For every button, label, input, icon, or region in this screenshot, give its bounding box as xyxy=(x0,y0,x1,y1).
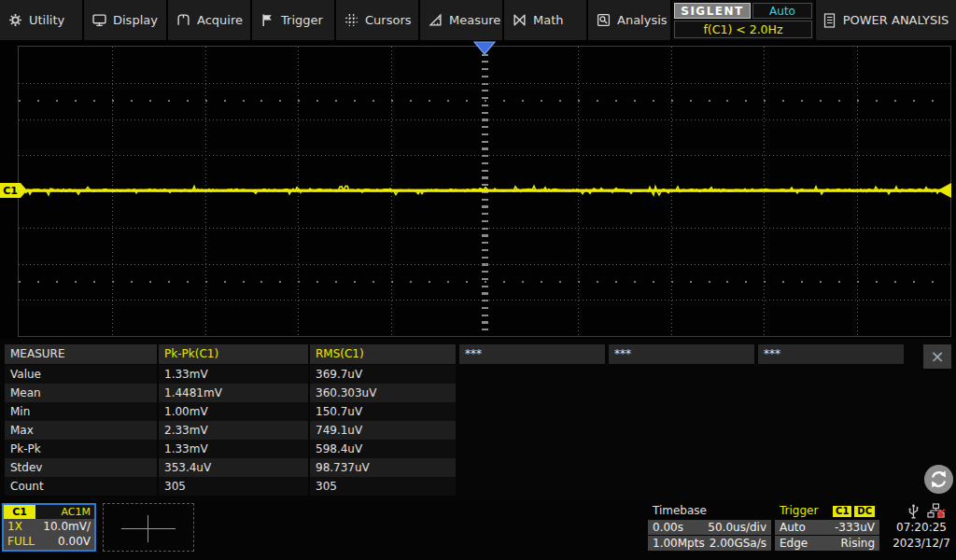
power-analysis-label: POWER ANALYSIS xyxy=(843,13,949,27)
trigger-box[interactable]: Trigger C1 DC Auto -333uV Edge Rising xyxy=(775,503,879,551)
channel-attenuation: 1X xyxy=(7,519,22,534)
cell-value: 305 xyxy=(159,477,308,496)
col-header-empty-3[interactable]: *** xyxy=(758,344,904,364)
table-row-max: Max 2.33mV 749.1uV xyxy=(5,421,904,440)
trigger-level-marker[interactable] xyxy=(937,183,951,198)
trigger-title: Trigger xyxy=(780,503,818,519)
trigger-slope: Rising xyxy=(841,536,875,551)
c1-trace-label[interactable]: C1 xyxy=(0,183,21,198)
menu-item-acquire[interactable]: Acquire xyxy=(168,0,252,40)
table-row-stdev: Stdev 353.4uV 98.737uV xyxy=(5,458,904,477)
c1-trace xyxy=(0,40,956,339)
cell-value: 2.33mV xyxy=(159,421,308,440)
trigger-level: -333uV xyxy=(835,520,875,535)
col-header-empty-1[interactable]: *** xyxy=(459,344,605,364)
row-label: Min xyxy=(5,402,157,421)
menu-label: Acquire xyxy=(197,13,243,27)
acquisition-status: Auto xyxy=(752,3,812,19)
menu-label: Utility xyxy=(29,13,64,27)
document-icon xyxy=(823,13,836,28)
cell-value: 98.737uV xyxy=(310,458,456,477)
channel-coupling: AC1M xyxy=(35,505,94,519)
magnifier-document-icon xyxy=(597,13,611,27)
timebase-scale: 50.0us/div xyxy=(708,520,766,535)
col-header-rms[interactable]: RMS(C1) xyxy=(310,344,456,364)
trigger-coupling-badge: DC xyxy=(854,506,875,517)
cell-value: 1.00mV xyxy=(159,402,308,421)
menu-label: Display xyxy=(113,13,158,27)
trigger-source-badge: C1 xyxy=(833,506,851,517)
row-label: Max xyxy=(5,421,157,440)
cell-value: 1.33mV xyxy=(159,365,308,384)
add-channel-slot[interactable] xyxy=(103,503,194,552)
acquire-wave-icon xyxy=(176,13,190,27)
channel-c1-box[interactable]: C1 AC1M 1X 10.0mV/ FULL 0.00V xyxy=(2,503,96,552)
menu-item-utility[interactable]: Utility xyxy=(0,0,84,40)
timebase-delay: 0.00s xyxy=(653,520,683,535)
cell-value: 749.1uV xyxy=(310,421,456,440)
cell-value: 150.7uV xyxy=(310,402,456,421)
frequency-counter: f(C1) < 2.0Hz xyxy=(674,21,812,38)
power-analysis-button[interactable]: POWER ANALYSIS xyxy=(814,0,956,40)
monitor-icon xyxy=(92,13,106,27)
bottom-status-bar: C1 AC1M 1X 10.0mV/ FULL 0.00V Timebase 0… xyxy=(0,501,956,560)
cell-value: 360.303uV xyxy=(310,384,456,402)
clock-time: 07:20:25 xyxy=(889,521,954,534)
usb-icon xyxy=(907,504,921,520)
col-header-pkpk[interactable]: Pk-Pk(C1) xyxy=(159,344,308,364)
menu-label: Analysis xyxy=(617,13,668,27)
table-row-value: Value 1.33mV 369.7uV xyxy=(5,365,904,384)
menu-label: Measure xyxy=(449,13,500,27)
menu-item-cursors[interactable]: Cursors xyxy=(336,0,420,40)
bowtie-icon xyxy=(513,13,527,27)
timebase-box[interactable]: Timebase 0.00s 50.0us/div 1.00Mpts 2.00G… xyxy=(648,503,771,551)
menu-item-display[interactable]: Display xyxy=(84,0,168,40)
table-row-min: Min 1.00mV 150.7uV xyxy=(5,402,904,421)
row-label: Count xyxy=(5,477,157,496)
menu-item-math[interactable]: Math xyxy=(504,0,588,40)
cell-value: 369.7uV xyxy=(310,365,456,384)
channel-name-badge: C1 xyxy=(4,505,35,519)
timebase-samplerate: 2.00GSa/s xyxy=(710,536,766,551)
lan-error-mark: ✘ xyxy=(935,507,946,521)
waveform-display: C1 xyxy=(0,40,956,339)
clock-date: 2023/12/7 xyxy=(889,537,954,550)
menu-label: Math xyxy=(533,13,564,27)
timebase-title: Timebase xyxy=(653,503,707,519)
measure-panel: MEASURE Pk-Pk(C1) RMS(C1) *** *** *** Va… xyxy=(0,339,956,501)
flag-icon xyxy=(260,13,274,27)
cell-value: 1.4481mV xyxy=(159,384,308,402)
menu-label: Cursors xyxy=(365,13,412,27)
table-row-mean: Mean 1.4481mV 360.303uV xyxy=(5,384,904,402)
cell-value: 1.33mV xyxy=(159,440,308,458)
cell-value: 305 xyxy=(310,477,456,496)
close-icon[interactable]: × xyxy=(923,344,951,369)
menu-item-measure[interactable]: Measure xyxy=(420,0,504,40)
row-label: Pk-Pk xyxy=(5,440,157,458)
row-label: Value xyxy=(5,365,157,384)
menu-item-analysis[interactable]: Analysis xyxy=(588,0,672,40)
siglent-logo: SIGLENT xyxy=(674,3,751,19)
channel-scale: 10.0mV/ xyxy=(43,519,91,534)
measure-title: MEASURE xyxy=(5,344,157,364)
measurement-table: MEASURE Pk-Pk(C1) RMS(C1) *** *** *** Va… xyxy=(5,344,904,496)
table-header-row: MEASURE Pk-Pk(C1) RMS(C1) *** *** *** xyxy=(5,344,904,364)
brand-status-block: SIGLENT Auto f(C1) < 2.0Hz xyxy=(672,0,814,40)
trigger-type: Edge xyxy=(780,536,808,551)
row-label: Mean xyxy=(5,384,157,402)
trigger-position-marker[interactable] xyxy=(473,41,496,55)
cell-value: 353.4uV xyxy=(159,458,308,477)
refresh-arrows-icon[interactable] xyxy=(923,464,954,495)
gear-icon xyxy=(8,13,22,27)
col-header-empty-2[interactable]: *** xyxy=(609,344,754,364)
ruler-triangle-icon xyxy=(429,13,443,27)
channel-offset: 0.00V xyxy=(58,534,91,549)
row-label: Stdev xyxy=(5,458,157,477)
crosshatch-icon xyxy=(344,13,358,27)
menu-item-trigger[interactable]: Trigger xyxy=(252,0,336,40)
trigger-mode: Auto xyxy=(780,520,806,535)
menu-label: Trigger xyxy=(281,13,323,27)
timebase-memory: 1.00Mpts xyxy=(653,536,705,551)
channel-bandwidth: FULL xyxy=(7,534,35,549)
table-row-count: Count 305 305 xyxy=(5,477,904,496)
